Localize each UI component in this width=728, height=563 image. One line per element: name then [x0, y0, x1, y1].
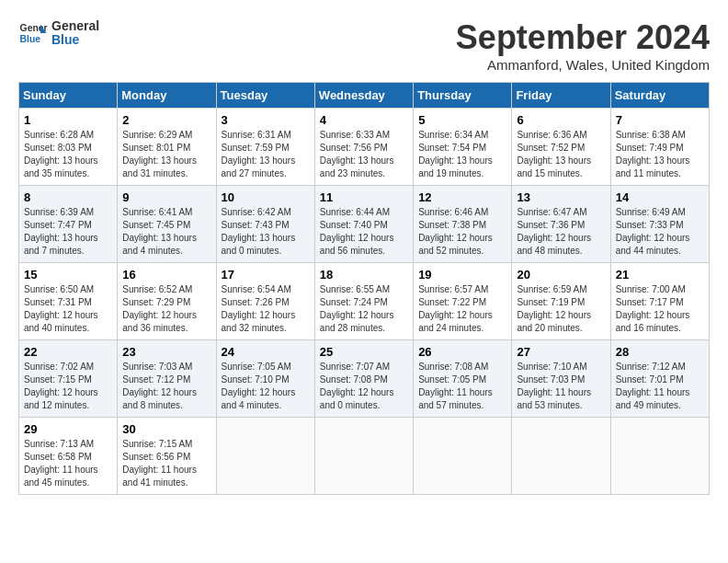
day-cell: 29Sunrise: 7:13 AM Sunset: 6:58 PM Dayli… [19, 418, 118, 495]
day-number: 8 [24, 190, 112, 204]
svg-text:Blue: Blue [20, 34, 41, 44]
day-number: 25 [320, 345, 408, 359]
weekday-friday: Friday [512, 83, 610, 109]
day-number: 18 [320, 268, 408, 282]
day-info: Sunrise: 6:57 AM Sunset: 7:22 PM Dayligh… [418, 283, 506, 335]
day-info: Sunrise: 7:00 AM Sunset: 7:17 PM Dayligh… [616, 283, 704, 335]
location-subtitle: Ammanford, Wales, United Kingdom [456, 57, 710, 73]
day-info: Sunrise: 7:15 AM Sunset: 6:56 PM Dayligh… [122, 438, 210, 489]
day-info: Sunrise: 7:02 AM Sunset: 7:15 PM Dayligh… [24, 361, 112, 412]
day-cell: 14Sunrise: 6:49 AM Sunset: 7:33 PM Dayli… [610, 186, 709, 263]
day-info: Sunrise: 6:50 AM Sunset: 7:31 PM Dayligh… [24, 283, 112, 335]
day-number: 2 [122, 113, 210, 127]
day-cell: 2Sunrise: 6:29 AM Sunset: 8:01 PM Daylig… [118, 109, 216, 186]
day-cell: 1Sunrise: 6:28 AM Sunset: 8:03 PM Daylig… [19, 109, 118, 186]
day-number: 21 [616, 268, 704, 282]
day-cell: 12Sunrise: 6:46 AM Sunset: 7:38 PM Dayli… [414, 186, 512, 263]
day-number: 28 [616, 345, 704, 359]
day-number: 23 [122, 345, 210, 359]
day-cell [216, 418, 314, 495]
day-cell: 13Sunrise: 6:47 AM Sunset: 7:36 PM Dayli… [512, 186, 610, 263]
day-number: 17 [222, 268, 310, 282]
day-info: Sunrise: 7:13 AM Sunset: 6:58 PM Dayligh… [24, 438, 112, 489]
day-info: Sunrise: 6:33 AM Sunset: 7:56 PM Dayligh… [320, 129, 408, 180]
day-cell: 26Sunrise: 7:08 AM Sunset: 7:05 PM Dayli… [414, 340, 512, 418]
logo-icon: General Blue [18, 18, 48, 48]
day-cell: 25Sunrise: 7:07 AM Sunset: 7:08 PM Dayli… [314, 340, 413, 418]
week-row-5: 29Sunrise: 7:13 AM Sunset: 6:58 PM Dayli… [19, 418, 710, 495]
day-info: Sunrise: 6:52 AM Sunset: 7:29 PM Dayligh… [122, 283, 210, 335]
day-cell [414, 418, 512, 495]
day-info: Sunrise: 6:38 AM Sunset: 7:49 PM Dayligh… [616, 129, 704, 180]
day-info: Sunrise: 6:28 AM Sunset: 8:03 PM Dayligh… [24, 129, 112, 180]
week-row-4: 22Sunrise: 7:02 AM Sunset: 7:15 PM Dayli… [19, 340, 710, 418]
day-number: 1 [24, 113, 112, 127]
day-number: 15 [24, 268, 112, 282]
day-info: Sunrise: 6:34 AM Sunset: 7:54 PM Dayligh… [418, 129, 506, 180]
day-cell: 15Sunrise: 6:50 AM Sunset: 7:31 PM Dayli… [19, 263, 118, 340]
day-number: 22 [24, 345, 112, 359]
day-number: 19 [418, 268, 506, 282]
day-number: 7 [616, 113, 704, 127]
month-title: September 2024 [456, 18, 710, 57]
day-info: Sunrise: 7:10 AM Sunset: 7:03 PM Dayligh… [517, 361, 605, 412]
day-cell: 16Sunrise: 6:52 AM Sunset: 7:29 PM Dayli… [118, 263, 216, 340]
day-number: 14 [616, 190, 704, 204]
day-info: Sunrise: 6:31 AM Sunset: 7:59 PM Dayligh… [222, 129, 310, 180]
weekday-thursday: Thursday [414, 83, 512, 109]
day-cell: 30Sunrise: 7:15 AM Sunset: 6:56 PM Dayli… [118, 418, 216, 495]
day-cell: 7Sunrise: 6:38 AM Sunset: 7:49 PM Daylig… [610, 109, 709, 186]
calendar-table: SundayMondayTuesdayWednesdayThursdayFrid… [18, 82, 710, 495]
day-cell [314, 418, 413, 495]
day-number: 29 [24, 422, 112, 436]
day-cell: 3Sunrise: 6:31 AM Sunset: 7:59 PM Daylig… [216, 109, 314, 186]
day-cell: 8Sunrise: 6:39 AM Sunset: 7:47 PM Daylig… [19, 186, 118, 263]
week-row-2: 8Sunrise: 6:39 AM Sunset: 7:47 PM Daylig… [19, 186, 710, 263]
day-cell: 28Sunrise: 7:12 AM Sunset: 7:01 PM Dayli… [610, 340, 709, 418]
logo-line1: General [51, 19, 99, 33]
day-info: Sunrise: 6:36 AM Sunset: 7:52 PM Dayligh… [517, 129, 605, 180]
day-info: Sunrise: 6:49 AM Sunset: 7:33 PM Dayligh… [616, 206, 704, 258]
day-number: 4 [320, 113, 408, 127]
day-info: Sunrise: 6:44 AM Sunset: 7:40 PM Dayligh… [320, 206, 408, 258]
day-number: 3 [222, 113, 310, 127]
day-cell: 4Sunrise: 6:33 AM Sunset: 7:56 PM Daylig… [314, 109, 413, 186]
day-cell: 27Sunrise: 7:10 AM Sunset: 7:03 PM Dayli… [512, 340, 610, 418]
calendar-body: 1Sunrise: 6:28 AM Sunset: 8:03 PM Daylig… [19, 109, 710, 495]
day-number: 26 [418, 345, 506, 359]
day-number: 6 [517, 113, 605, 127]
page-header: General Blue General Blue September 2024… [18, 18, 710, 73]
day-info: Sunrise: 7:03 AM Sunset: 7:12 PM Dayligh… [122, 361, 210, 412]
day-cell [512, 418, 610, 495]
day-info: Sunrise: 6:41 AM Sunset: 7:45 PM Dayligh… [122, 206, 210, 258]
day-number: 30 [122, 422, 210, 436]
day-number: 10 [222, 190, 310, 204]
day-cell: 24Sunrise: 7:05 AM Sunset: 7:10 PM Dayli… [216, 340, 314, 418]
day-info: Sunrise: 6:42 AM Sunset: 7:43 PM Dayligh… [222, 206, 310, 258]
day-number: 20 [517, 268, 605, 282]
weekday-wednesday: Wednesday [314, 83, 413, 109]
day-cell: 11Sunrise: 6:44 AM Sunset: 7:40 PM Dayli… [314, 186, 413, 263]
weekday-header-row: SundayMondayTuesdayWednesdayThursdayFrid… [19, 83, 710, 109]
day-cell: 9Sunrise: 6:41 AM Sunset: 7:45 PM Daylig… [118, 186, 216, 263]
day-cell: 17Sunrise: 6:54 AM Sunset: 7:26 PM Dayli… [216, 263, 314, 340]
day-cell: 22Sunrise: 7:02 AM Sunset: 7:15 PM Dayli… [19, 340, 118, 418]
day-cell: 20Sunrise: 6:59 AM Sunset: 7:19 PM Dayli… [512, 263, 610, 340]
title-block: September 2024 Ammanford, Wales, United … [456, 18, 710, 73]
day-cell: 5Sunrise: 6:34 AM Sunset: 7:54 PM Daylig… [414, 109, 512, 186]
weekday-saturday: Saturday [610, 83, 709, 109]
day-info: Sunrise: 6:47 AM Sunset: 7:36 PM Dayligh… [517, 206, 605, 258]
logo-text: General Blue [51, 19, 99, 48]
day-number: 13 [517, 190, 605, 204]
day-number: 16 [122, 268, 210, 282]
day-cell [610, 418, 709, 495]
day-info: Sunrise: 6:39 AM Sunset: 7:47 PM Dayligh… [24, 206, 112, 258]
logo-line2: Blue [51, 33, 99, 47]
day-cell: 19Sunrise: 6:57 AM Sunset: 7:22 PM Dayli… [414, 263, 512, 340]
day-number: 5 [418, 113, 506, 127]
day-cell: 10Sunrise: 6:42 AM Sunset: 7:43 PM Dayli… [216, 186, 314, 263]
day-cell: 6Sunrise: 6:36 AM Sunset: 7:52 PM Daylig… [512, 109, 610, 186]
day-number: 9 [122, 190, 210, 204]
day-info: Sunrise: 6:59 AM Sunset: 7:19 PM Dayligh… [517, 283, 605, 335]
day-info: Sunrise: 7:05 AM Sunset: 7:10 PM Dayligh… [222, 361, 310, 412]
